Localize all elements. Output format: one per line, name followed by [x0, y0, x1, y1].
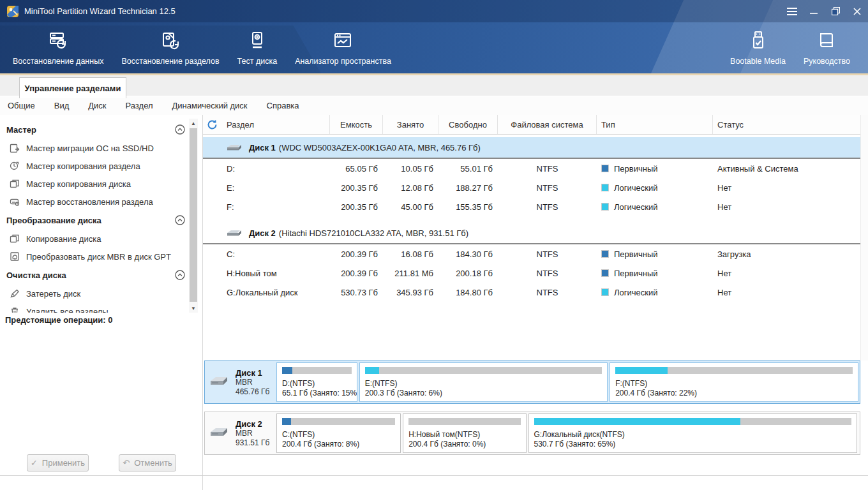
- partition-type-swatch: [601, 250, 609, 258]
- disk-name: Диск 1: [249, 143, 276, 152]
- section-title: Очистка диска: [6, 271, 66, 280]
- map-block-text: E:(NTFS) 200.3 Гб (Занято: 6%): [360, 379, 607, 401]
- partition-type: Первичный: [614, 164, 658, 174]
- disk-map-row-2[interactable]: Диск 2 MBR 931.51 Гб C:(NTFS) 200.4 Гб (…: [204, 412, 860, 455]
- usage-fill: [282, 367, 292, 374]
- partition-capacity: 530.73 Гб: [330, 283, 383, 302]
- col-free[interactable]: Свободно: [438, 115, 498, 134]
- sidebar-item-label: Мастер миграции ОС на SSD/HD: [26, 144, 154, 153]
- toolbar-data-recovery[interactable]: Восстановление данных: [4, 22, 112, 73]
- partition-row-e[interactable]: E: 200.35 Гб 12.08 Гб 188.27 Гб NTFS Лог…: [203, 178, 860, 197]
- os-migration-icon: [9, 143, 20, 154]
- col-status[interactable]: Статус: [713, 115, 860, 134]
- map-block-detail: 65.1 Гб (Занято: 15%): [282, 389, 357, 398]
- delete-all-partitions-icon: [9, 306, 20, 313]
- map-block-title: F:(NTFS): [615, 379, 857, 389]
- partition-row-f[interactable]: F: 200.35 Гб 45.00 Гб 155.35 Гб NTFS Лог…: [203, 197, 860, 216]
- disk-group-row-2[interactable]: Диск 2 (Hitachi HDS721010CLA332 ATA, MBR…: [203, 223, 860, 244]
- collapse-chevron-icon[interactable]: [175, 215, 185, 225]
- sidebar-section-disk-cleanup: Очистка диска: [0, 265, 189, 285]
- menu-help[interactable]: Справка: [267, 101, 299, 110]
- menu-disk[interactable]: Диск: [88, 101, 106, 110]
- partition-row-g[interactable]: G:Локальный диск 530.73 Гб 345.93 Гб 184…: [203, 283, 860, 302]
- partition-free: 184.30 Гб: [438, 244, 498, 264]
- menu-view[interactable]: Вид: [54, 101, 70, 110]
- menu-dynamic-disk[interactable]: Динамический диск: [172, 101, 248, 110]
- partition-status: Нет: [713, 197, 860, 216]
- scrollbar-thumb[interactable]: [190, 128, 197, 302]
- sidebar-item-copy-partition-wizard[interactable]: Мастер копирования раздела: [0, 157, 189, 175]
- refresh-icon[interactable]: [203, 115, 221, 134]
- partition-row-c[interactable]: C: 200.39 Гб 16.08 Гб 184.30 Гб NTFS Пер…: [203, 244, 860, 264]
- disk-name: Диск 2: [249, 228, 276, 238]
- partition-table: Раздел Емкость Занято Свободно Файловая …: [203, 115, 860, 302]
- menu-partition[interactable]: Раздел: [126, 101, 153, 110]
- scroll-up-icon[interactable]: ▲: [189, 119, 198, 128]
- col-capacity[interactable]: Емкость: [330, 115, 383, 134]
- partition-type-swatch: [601, 203, 609, 211]
- sidebar-item-label: Мастер восстановления раздела: [26, 197, 153, 207]
- app-header: MiniTool Partition Wizard Technician 12.…: [0, 0, 868, 73]
- partition-free: 188.27 Гб: [438, 178, 498, 197]
- undo-button[interactable]: ↶ Отменить: [119, 454, 176, 471]
- sidebar-scroll-area: Мастер Мастер миграции ОС на SSD/HD Маст…: [0, 115, 189, 313]
- scroll-down-icon[interactable]: ▼: [189, 304, 198, 313]
- sidebar-item-label: Мастер копирования раздела: [26, 161, 140, 171]
- disk-map-row-1[interactable]: Диск 1 MBR 465.76 Гб D:(NTFS) 65.1 Гб (З…: [204, 360, 860, 404]
- map-block-e[interactable]: E:(NTFS) 200.3 Гб (Занято: 6%): [359, 362, 608, 402]
- sidebar-item-copy-disk[interactable]: Копирование диска: [0, 230, 189, 248]
- restore-icon[interactable]: [825, 0, 846, 22]
- collapse-chevron-icon[interactable]: [175, 124, 185, 135]
- partition-used: 10.05 Гб: [383, 159, 438, 178]
- apply-button[interactable]: ✓ Применить: [27, 454, 89, 471]
- col-partition[interactable]: Раздел: [221, 115, 330, 134]
- partition-used: 211.81 Мб: [383, 264, 438, 283]
- sidebar-item-delete-all-partitions[interactable]: Удалить все разделы: [0, 302, 189, 313]
- disk-map-label-2: Диск 2 MBR 931.51 Гб: [205, 412, 275, 454]
- table-scrollbar-gutter[interactable]: [860, 115, 868, 360]
- toolbar-space-analyzer[interactable]: Анализатор пространства: [286, 22, 400, 73]
- sidebar-scrollbar[interactable]: ▲ ▼: [189, 119, 198, 313]
- disk-copy-wizard-icon: [9, 179, 20, 189]
- partition-row-d[interactable]: D: 65.05 Гб 10.05 Гб 55.01 Гб NTFS Перви…: [203, 159, 860, 178]
- col-used[interactable]: Занято: [383, 115, 438, 134]
- map-block-d[interactable]: D:(NTFS) 65.1 Гб (Занято: 15%): [276, 362, 357, 402]
- pending-operations-label: Предстоящие операции: 0: [5, 315, 113, 325]
- partition-capacity: 200.35 Гб: [330, 197, 383, 216]
- tab-strip: Управление разделами: [0, 73, 868, 96]
- section-title: Мастер: [6, 125, 36, 135]
- map-block-h[interactable]: H:Новый том(NTFS) 200.4 Гб (Занято: 0%): [403, 413, 526, 453]
- menu-general[interactable]: Общие: [8, 101, 35, 110]
- collapse-chevron-icon[interactable]: [175, 270, 185, 280]
- undo-arrow-icon: ↶: [123, 458, 130, 468]
- close-icon[interactable]: [846, 0, 868, 22]
- col-type[interactable]: Тип: [597, 115, 713, 134]
- partition-type: Первичный: [614, 269, 658, 278]
- partition-free: 184.80 Гб: [438, 283, 498, 302]
- hdd-icon: [226, 228, 243, 237]
- usage-bar: [408, 418, 520, 425]
- sidebar-item-partition-recovery-wizard[interactable]: Мастер восстановления раздела: [0, 193, 189, 211]
- map-block-text: H:Новый том(NTFS) 200.4 Гб (Занято: 0%): [403, 430, 525, 452]
- sidebar-item-migrate-os[interactable]: Мастер миграции ОС на SSD/HD: [0, 139, 189, 157]
- toolbar-guide[interactable]: Руководство: [795, 22, 859, 73]
- tab-partition-management[interactable]: Управление разделами: [19, 77, 126, 98]
- sidebar-item-mbr-to-gpt[interactable]: Преобразовать диск MBR в диск GPT: [0, 248, 189, 265]
- partition-row-h[interactable]: H:Новый том 200.39 Гб 211.81 Мб 200.18 Г…: [203, 264, 860, 283]
- toolbar-partition-recovery[interactable]: Восстановление разделов: [112, 22, 228, 73]
- map-block-f[interactable]: F:(NTFS) 200.4 Гб (Занято: 22%): [610, 362, 858, 402]
- col-filesystem[interactable]: Файловая система: [498, 115, 597, 134]
- map-block-g[interactable]: G:Локальный диск(NTFS) 530.7 Гб (Занято:…: [528, 413, 857, 453]
- disk-group-row-1[interactable]: Диск 1 (WDC WD5003AZEX-00K1GA0 ATA, MBR,…: [203, 137, 860, 159]
- menu-hamburger-icon[interactable]: [781, 0, 803, 22]
- partition-recovery-wizard-icon: [9, 197, 20, 207]
- toolbar-bootable-media[interactable]: Bootable Media: [721, 22, 795, 73]
- sidebar-item-wipe-disk[interactable]: Затереть диск: [0, 285, 189, 302]
- minimize-icon[interactable]: [803, 0, 825, 22]
- toolbar-label: Восстановление данных: [13, 57, 103, 66]
- map-block-title: H:Новый том(NTFS): [408, 430, 525, 440]
- sidebar-item-copy-disk-wizard[interactable]: Мастер копирования диска: [0, 175, 189, 193]
- map-block-text: F:(NTFS) 200.4 Гб (Занято: 22%): [610, 379, 857, 401]
- toolbar-disk-test[interactable]: Тест диска: [228, 22, 287, 73]
- map-block-c[interactable]: C:(NTFS) 200.4 Гб (Занято: 8%): [276, 413, 401, 453]
